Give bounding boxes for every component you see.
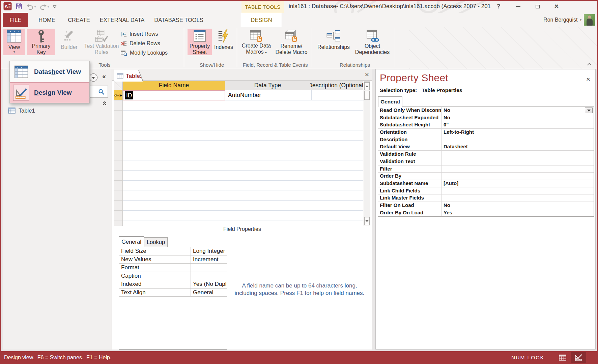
dropdown-button[interactable]: [585, 108, 593, 113]
delete-rows-button[interactable]: Delete Rows: [121, 39, 160, 48]
grid-cell[interactable]: [225, 220, 310, 226]
table-row[interactable]: [114, 141, 364, 151]
create-data-macros-button[interactable]: Create Data Macros ▾: [240, 29, 273, 55]
insert-rows-button[interactable]: Insert Rows: [121, 30, 158, 38]
table-row[interactable]: [114, 111, 364, 121]
row-selector[interactable]: ▶: [114, 90, 123, 100]
row-selector[interactable]: [114, 201, 123, 211]
double-chevron-up-icon[interactable]: [102, 101, 107, 108]
grid-cell[interactable]: [123, 171, 225, 181]
grid-cell[interactable]: [310, 111, 363, 121]
table-row[interactable]: [114, 100, 364, 111]
grid-cell[interactable]: [310, 150, 363, 160]
grid-cell[interactable]: [310, 190, 363, 201]
grid-cell[interactable]: [123, 190, 225, 201]
object-dependencies-button[interactable]: Object Dependencies: [353, 29, 391, 55]
grid-cell[interactable]: [225, 160, 310, 171]
grid-cell[interactable]: [123, 100, 225, 111]
field-property-value[interactable]: [191, 272, 227, 280]
row-selector[interactable]: [114, 141, 123, 151]
property-value[interactable]: [442, 187, 594, 194]
grid-cell[interactable]: [225, 201, 310, 211]
table-row[interactable]: [114, 211, 364, 221]
relationships-button[interactable]: Relationships: [316, 29, 351, 55]
property-sheet-button[interactable]: Property Sheet: [188, 29, 212, 55]
description-cell[interactable]: [312, 90, 365, 100]
maximize-icon[interactable]: [532, 3, 543, 10]
row-selector[interactable]: [114, 120, 123, 130]
view-button[interactable]: View ▾: [3, 29, 25, 55]
scrollbar-thumb[interactable]: [364, 91, 370, 100]
property-value[interactable]: [442, 173, 594, 180]
scroll-up-icon[interactable]: [364, 82, 370, 90]
tab-create[interactable]: CREATE: [65, 13, 92, 27]
grid-cell[interactable]: [225, 181, 310, 191]
grid-cell[interactable]: [123, 150, 225, 160]
row-selector[interactable]: [114, 220, 123, 226]
minimize-icon[interactable]: [513, 3, 523, 10]
grid-cell[interactable]: [310, 220, 363, 226]
tab-file[interactable]: FILE: [3, 13, 28, 27]
property-value[interactable]: [442, 165, 594, 173]
property-value[interactable]: [442, 151, 594, 158]
tab-home[interactable]: HOME: [33, 13, 61, 27]
property-row[interactable]: Link Child Fields: [378, 187, 594, 195]
grid-cell[interactable]: [310, 171, 363, 181]
property-value[interactable]: No: [442, 114, 594, 121]
data-type-cell[interactable]: AutoNumber: [225, 90, 312, 100]
menu-item-design-view[interactable]: Design View: [10, 82, 89, 103]
grid-cell[interactable]: [310, 120, 363, 130]
customize-qat-icon[interactable]: [53, 4, 57, 10]
redo-button[interactable]: ▾: [39, 4, 49, 10]
property-value[interactable]: Yes: [442, 209, 594, 216]
property-value[interactable]: [442, 158, 594, 165]
close-icon[interactable]: ×: [583, 75, 593, 84]
collapse-ribbon-icon[interactable]: [586, 62, 593, 66]
tab-design[interactable]: DESIGN: [241, 13, 282, 27]
property-value[interactable]: 0": [442, 121, 594, 128]
menu-item-datasheet-view[interactable]: Datasheet View: [10, 61, 89, 82]
grid-cell[interactable]: [225, 171, 310, 181]
property-value[interactable]: No: [442, 202, 594, 209]
save-icon[interactable]: [16, 3, 23, 11]
grid-cell[interactable]: [123, 220, 225, 226]
modify-lookups-button[interactable]: Modify Lookups: [121, 49, 168, 57]
test-validation-rules-button[interactable]: Test Validation Rules: [83, 29, 120, 55]
close-icon[interactable]: ×: [551, 3, 562, 10]
search-icon[interactable]: [95, 86, 108, 97]
field-property-value[interactable]: Long Integer: [191, 247, 227, 255]
property-row[interactable]: Default ViewDatasheet: [378, 143, 594, 151]
property-row[interactable]: Validation Text: [378, 158, 594, 165]
grid-cell[interactable]: [310, 141, 363, 151]
design-view-button[interactable]: [571, 352, 586, 363]
shutter-bar-close-icon[interactable]: «: [102, 72, 106, 80]
field-property-row[interactable]: Caption: [119, 272, 227, 280]
row-selector[interactable]: [114, 130, 123, 141]
property-row[interactable]: Subdatasheet Name[Auto]: [378, 180, 594, 187]
table-row[interactable]: [114, 220, 364, 226]
tab-general[interactable]: General: [378, 96, 402, 107]
property-row[interactable]: Link Master Fields: [378, 194, 594, 202]
grid-cell[interactable]: [123, 141, 225, 151]
row-selector[interactable]: [114, 160, 123, 171]
column-header-data-type[interactable]: Data Type: [225, 81, 310, 90]
property-value[interactable]: [442, 194, 594, 202]
grid-cell[interactable]: [310, 160, 363, 171]
property-row[interactable]: Read Only When DisconnectedNo: [378, 107, 594, 114]
tab-database-tools[interactable]: DATABASE TOOLS: [152, 13, 205, 27]
nav-menu-icon[interactable]: [89, 73, 98, 83]
field-property-row[interactable]: Text AlignGeneral: [119, 289, 227, 297]
grid-cell[interactable]: [225, 130, 310, 141]
grid-cell[interactable]: [225, 120, 310, 130]
grid-cell[interactable]: [123, 120, 225, 130]
grid-cell[interactable]: [123, 211, 225, 221]
table-row[interactable]: [114, 171, 364, 181]
grid-cell[interactable]: [310, 100, 363, 111]
grid-cell[interactable]: [225, 111, 310, 121]
row-selector[interactable]: [114, 171, 123, 181]
row-selector[interactable]: [114, 111, 123, 121]
property-row[interactable]: Order By On LoadYes: [378, 209, 594, 217]
property-row[interactable]: Validation Rule: [378, 151, 594, 158]
property-row[interactable]: Filter: [378, 165, 594, 173]
field-property-value[interactable]: Increment: [191, 255, 227, 264]
